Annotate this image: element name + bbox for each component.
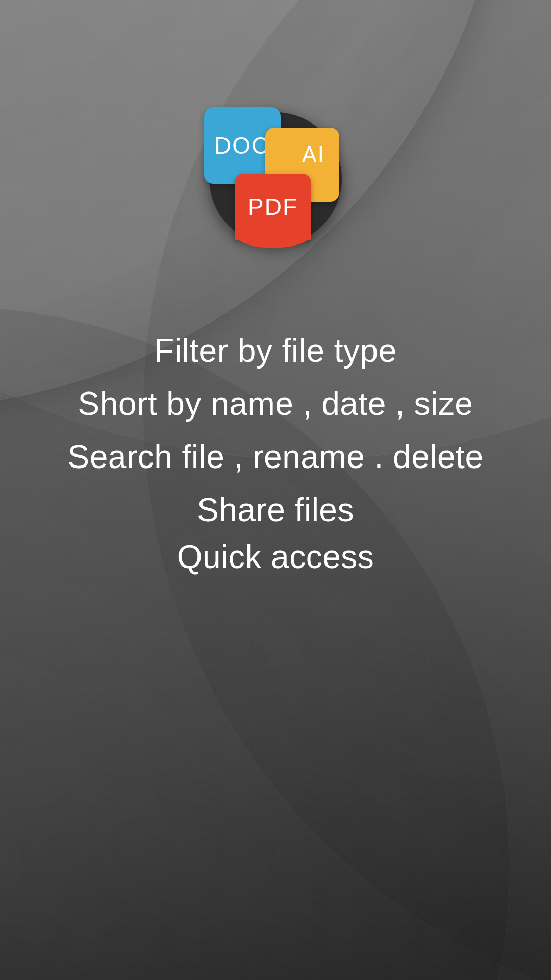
ai-label: AI [302, 142, 325, 167]
feature-search: Search file , rename . delete [68, 438, 484, 476]
pdf-label: PDF [248, 193, 298, 220]
app-logo: DOC AI PDF [204, 102, 347, 245]
doc-label: DOC [214, 132, 269, 159]
feature-share: Share files [197, 491, 354, 529]
feature-list: Filter by file type Short by name , date… [68, 332, 484, 576]
feature-quick: Quick access [177, 538, 374, 576]
pdf-card-icon: PDF [235, 174, 311, 240]
splash-content: DOC AI PDF Filter by file type Short by … [0, 0, 551, 980]
feature-sort: Short by name , date , size [78, 385, 473, 423]
feature-filter: Filter by file type [154, 332, 396, 370]
